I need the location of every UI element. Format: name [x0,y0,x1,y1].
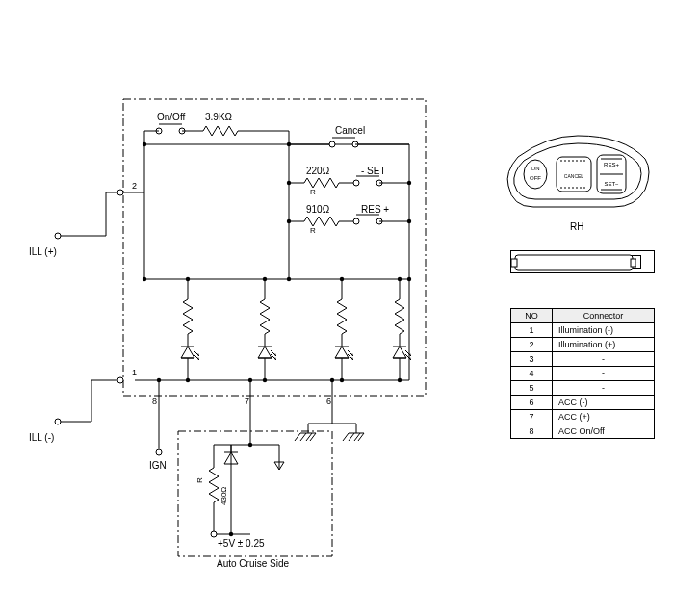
table-row: 2Illumination (+) [511,338,655,352]
connector-pin-diagram: 12 34 56 78 [510,250,655,273]
connector-outline-icon [511,251,636,274]
svg-text:2: 2 [132,181,137,191]
table-row: 5- [511,381,655,396]
svg-rect-12 [123,99,426,396]
resistor-res-note: R [310,226,316,235]
module-label: RH [570,221,583,232]
table-row: 1Illumination (-) [511,323,655,338]
svg-text:7: 7 [245,397,249,406]
switch-onoff-label: On/Off [157,112,185,122]
cruise-r: 430Ω [220,487,228,505]
terminal-ign: IGN [149,460,167,471]
svg-rect-86 [515,255,633,270]
cruise-voltage: +5V ± 0.25 [218,538,265,549]
table-row: 3- [511,352,655,367]
svg-point-73 [524,160,547,189]
table-row: 4- [511,367,655,381]
terminal-ill-neg: ILL (-) [29,432,54,443]
svg-text:CANCEL: CANCEL [564,173,584,179]
resistor-set: 220Ω [306,166,329,176]
th-name: Connector [553,309,655,323]
table-row: 8ACC On/Off [511,424,655,439]
cruise-r-note: R [195,477,204,483]
table-row: 7ACC (+) [511,410,655,424]
svg-text:1: 1 [132,368,137,377]
connector-table: NO Connector 1Illumination (-) 2Illumina… [510,308,655,439]
cruise-title: Auto Cruise Side [217,558,289,569]
svg-text:ON: ON [531,166,540,171]
svg-text:SET−: SET− [604,181,619,187]
svg-text:8: 8 [152,397,157,406]
switch-res-label: RES + [361,204,389,215]
resistor-onoff: 3.9KΩ [205,112,232,122]
steering-switch-icon: ON OFF CANCEL RES+ SET− [501,130,655,217]
table-row: 6ACC (-) [511,396,655,410]
svg-text:RES+: RES+ [604,162,619,167]
svg-text:6: 6 [326,397,331,406]
resistor-set-note: R [310,188,316,196]
svg-rect-88 [631,259,636,267]
svg-text:OFF: OFF [530,175,541,181]
terminal-ill-pos: ILL (+) [29,246,57,257]
svg-rect-87 [511,259,517,267]
th-no: NO [511,309,553,323]
resistor-res: 910Ω [306,204,329,215]
switch-set-label: - SET [361,166,386,176]
switch-cancel-label: Cancel [335,125,365,136]
